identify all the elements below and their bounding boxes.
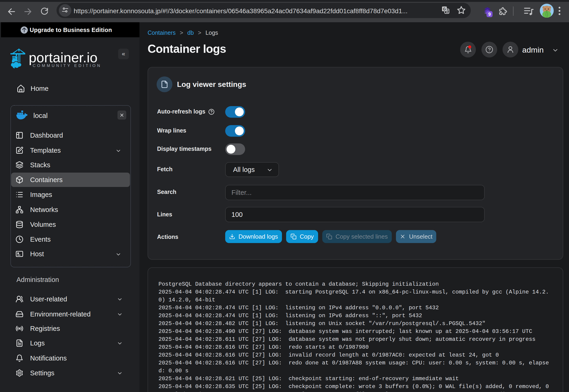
svg-text:9: 9: [488, 12, 491, 17]
svg-text:G: G: [443, 7, 446, 11]
